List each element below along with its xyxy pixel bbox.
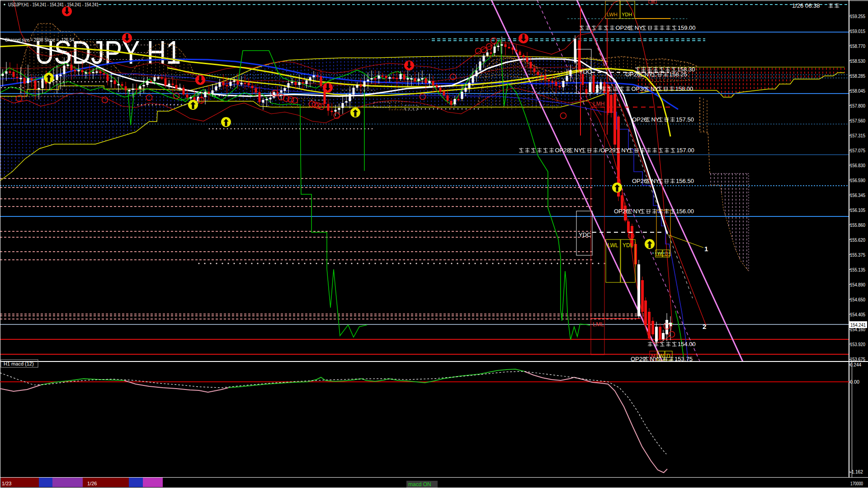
svg-text:LWH: LWH <box>607 12 618 17</box>
svg-text:154.890: 154.890 <box>850 282 865 287</box>
svg-text:OP26: OP26 <box>614 208 629 215</box>
svg-text:YDL: YDL <box>623 242 633 249</box>
svg-text:0.00: 0.00 <box>850 379 859 385</box>
svg-text:155.135: 155.135 <box>850 267 865 272</box>
svg-text:/OP29: /OP29 <box>599 147 616 154</box>
svg-text:158.770: 158.770 <box>850 43 865 49</box>
svg-text:158.285: 158.285 <box>850 73 865 79</box>
svg-text:156.105: 156.105 <box>850 207 865 213</box>
svg-text:OP26: OP26 <box>632 178 647 184</box>
svg-text:D: D <box>666 353 670 359</box>
svg-text:157.800: 157.800 <box>850 103 865 108</box>
svg-text:156.830: 156.830 <box>850 163 865 168</box>
svg-text:macd ON: macd ON <box>408 481 431 488</box>
svg-text:159.255: 159.255 <box>850 14 865 19</box>
svg-text:170000: 170000 <box>850 481 863 486</box>
svg-text:154.650: 154.650 <box>850 297 865 302</box>
svg-text:156.00: 156.00 <box>676 208 694 215</box>
svg-text:OP28: OP28 <box>555 147 570 154</box>
svg-text:0.244: 0.244 <box>850 362 862 367</box>
svg-text:H1 macd (12): H1 macd (12) <box>4 361 34 366</box>
svg-text:157.560: 157.560 <box>850 118 865 123</box>
svg-text:158.25: 158.25 <box>669 71 687 78</box>
svg-text:NY: NY <box>633 208 641 215</box>
svg-text:154.00: 154.00 <box>678 341 696 347</box>
svg-text:156.590: 156.590 <box>850 178 865 183</box>
svg-text:155.860: 155.860 <box>850 222 865 228</box>
svg-text:159.00: 159.00 <box>678 24 696 31</box>
svg-text:NY: NY <box>651 178 659 184</box>
svg-text:156.345: 156.345 <box>850 192 865 198</box>
svg-text:154.241: 154.241 <box>850 322 866 328</box>
svg-text:1: 1 <box>704 245 708 253</box>
svg-text:OP26: OP26 <box>615 24 630 31</box>
svg-text:NY: NY <box>621 147 629 154</box>
svg-text:154.405: 154.405 <box>850 312 865 317</box>
svg-text:YDC: YDC <box>579 231 591 238</box>
svg-text:YDO: YDO <box>579 68 592 75</box>
svg-text:NY: NY <box>635 24 643 31</box>
svg-text:OP26: OP26 <box>632 116 647 123</box>
svg-text:158.530: 158.530 <box>850 58 865 64</box>
svg-text:NY: NY <box>574 147 582 154</box>
svg-text:155.620: 155.620 <box>850 237 865 243</box>
svg-text:157.50: 157.50 <box>676 116 694 123</box>
svg-text:NY: NY <box>651 116 659 123</box>
svg-text:158.045: 158.045 <box>850 88 865 94</box>
svg-text:USDJPY,H1 - 154.241 - 154.241: USDJPY,H1 - 154.241 - 154.241 - 154.241 … <box>8 2 99 7</box>
svg-text:LMH: LMH <box>593 101 604 107</box>
svg-text:NY: NY <box>651 85 659 92</box>
svg-text:2: 2 <box>703 323 706 330</box>
svg-text:YDH: YDH <box>622 12 632 17</box>
svg-text:158.00: 158.00 <box>675 85 693 92</box>
svg-text:153.675: 153.675 <box>850 357 865 362</box>
svg-text:1/26 06:38: 1/26 06:38 <box>792 2 820 9</box>
svg-text:157.075: 157.075 <box>850 148 865 153</box>
svg-text:156.50: 156.50 <box>676 178 694 184</box>
svg-text:Channel size = 2898 Slope = -1: Channel size = 2898 Slope = -126.54 <box>5 37 74 42</box>
svg-text:157.00: 157.00 <box>676 147 694 154</box>
svg-text:LWL: LWL <box>608 242 618 249</box>
svg-text:159.015: 159.015 <box>850 28 865 34</box>
svg-text:OP30: OP30 <box>631 85 646 92</box>
svg-text:D: D <box>665 251 668 256</box>
svg-text:OP26: OP26 <box>625 71 640 78</box>
svg-text:NY: NY <box>644 71 652 78</box>
svg-text:1/26: 1/26 <box>87 481 97 486</box>
svg-text:153.920: 153.920 <box>850 342 865 347</box>
svg-text:1/23: 1/23 <box>2 481 11 486</box>
svg-text:W: W <box>659 353 664 359</box>
svg-text:-1.162: -1.162 <box>850 469 863 474</box>
svg-text:157.315: 157.315 <box>850 133 865 138</box>
svg-text:155.375: 155.375 <box>850 252 865 258</box>
svg-text:LML: LML <box>593 321 604 328</box>
svg-text:W: W <box>657 251 662 256</box>
